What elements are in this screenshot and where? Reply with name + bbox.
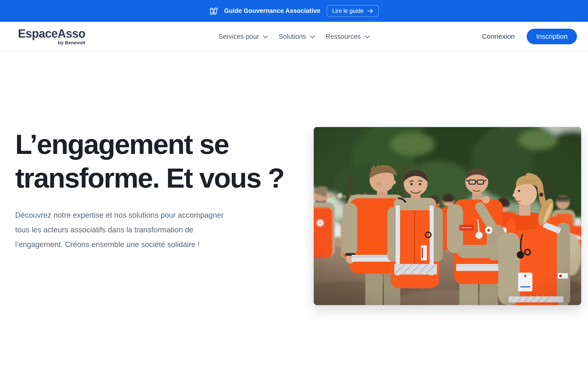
chevron-down-icon <box>310 35 315 38</box>
hero-title: L’engagement se transforme. Et vous ? <box>15 127 296 195</box>
logo-title: EspaceAsso <box>18 28 85 40</box>
hero-description: Découvrez notre expertise et nos solutio… <box>15 208 228 252</box>
site-header: EspaceAsso by Benevolt Services pour Sol… <box>0 22 588 51</box>
hero-text-block: L’engagement se transforme. Et vous ? Dé… <box>15 127 296 252</box>
volunteers-photo-illustration <box>314 127 581 305</box>
main-nav: Services pour Solutions Ressources <box>218 33 370 40</box>
signup-button[interactable]: Inscription <box>527 29 577 44</box>
logo-subtitle: by Benevolt <box>18 40 85 45</box>
hero-image <box>313 127 582 306</box>
books-icon <box>209 6 218 16</box>
logo[interactable]: EspaceAsso by Benevolt <box>18 28 85 45</box>
chevron-down-icon <box>263 35 268 38</box>
login-link[interactable]: Connexion <box>482 33 515 40</box>
announcement-banner[interactable]: Guide Gouvernance Associative Lire le gu… <box>0 0 588 22</box>
nav-item-label: Solutions <box>279 33 306 40</box>
arrow-right-icon <box>367 8 373 14</box>
nav-item-label: Ressources <box>326 33 361 40</box>
nav-item-services-pour[interactable]: Services pour <box>218 33 268 40</box>
banner-text: Guide Gouvernance Associative <box>224 7 320 15</box>
nav-item-solutions[interactable]: Solutions <box>279 33 315 40</box>
header-actions: Connexion Inscription <box>482 29 577 44</box>
read-guide-label: Lire le guide <box>332 8 363 14</box>
nav-item-label: Services pour <box>218 33 259 40</box>
read-guide-button[interactable]: Lire le guide <box>327 5 379 17</box>
hero-section: L’engagement se transforme. Et vous ? Dé… <box>0 51 588 367</box>
chevron-down-icon <box>364 35 370 38</box>
nav-item-ressources[interactable]: Ressources <box>326 33 370 40</box>
